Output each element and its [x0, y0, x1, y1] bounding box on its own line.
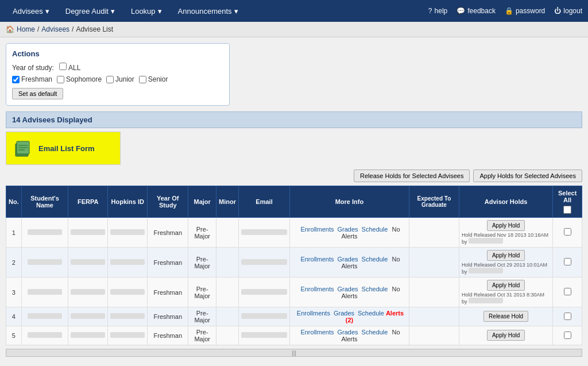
- cell-email: [239, 326, 290, 345]
- cell-major: Pre-Major: [188, 248, 216, 278]
- freshman-checkbox-label[interactable]: Freshman: [12, 75, 52, 83]
- more-info-link-grades[interactable]: Grades: [337, 329, 358, 336]
- sophomore-checkbox-label[interactable]: Sophomore: [57, 75, 102, 83]
- nav-advisees[interactable]: Advisees ▾: [6, 2, 56, 20]
- more-info-link-schedule[interactable]: Schedule: [362, 286, 388, 292]
- senior-checkbox[interactable]: [139, 76, 146, 83]
- more-info-link-schedule[interactable]: Schedule: [362, 329, 388, 336]
- select-all-checkbox[interactable]: [563, 206, 571, 214]
- year-of-study-row: Year of study: ALL: [12, 63, 223, 72]
- cell-advisor-holds: Release Hold: [459, 307, 552, 326]
- table-row: 1FreshmanPre-MajorEnrollmentsGradesSched…: [6, 218, 582, 248]
- feedback-link[interactable]: 💬 feedback: [457, 7, 496, 15]
- row-checkbox-1[interactable]: [564, 228, 571, 236]
- help-link[interactable]: ? help: [428, 7, 447, 15]
- cell-email: [239, 307, 290, 326]
- email-list-form[interactable]: Email List Form: [6, 132, 121, 165]
- actions-panel: Actions Year of study: ALL Freshman Soph…: [6, 43, 230, 106]
- freshman-checkbox[interactable]: [12, 76, 20, 83]
- nav-degree-audit[interactable]: Degree Audit ▾: [59, 2, 122, 20]
- th-minor: Minor: [216, 186, 239, 218]
- cell-email: [239, 218, 290, 248]
- row-checkbox-4[interactable]: [564, 313, 571, 320]
- breadcrumb-sep1: /: [37, 25, 39, 33]
- more-info-link-grades[interactable]: Grades: [334, 310, 354, 317]
- all-checkbox-label[interactable]: ALL: [59, 64, 80, 72]
- th-email: Email: [239, 186, 290, 218]
- dropdown-arrow-icon: ▾: [45, 7, 49, 16]
- nav-announcements[interactable]: Announcements ▾: [171, 2, 245, 20]
- cell-minor: [216, 326, 239, 345]
- advisees-displayed-header: 14 Advisees Displayed: [6, 111, 582, 128]
- cell-minor: [216, 248, 239, 278]
- cell-name: [21, 326, 68, 345]
- more-info-link-schedule[interactable]: Schedule: [362, 226, 388, 233]
- release-holds-button[interactable]: Release Holds for Selected Advisees: [354, 169, 470, 182]
- senior-checkbox-label[interactable]: Senior: [139, 75, 168, 83]
- horizontal-scrollbar[interactable]: |||: [6, 349, 582, 357]
- cell-email: [239, 278, 290, 307]
- breadcrumb-advisees[interactable]: Advisees: [41, 25, 69, 33]
- dropdown-arrow-icon: ▾: [158, 7, 162, 16]
- cell-hopkins-id: [108, 326, 148, 345]
- apply-holds-button[interactable]: Apply Holds for Selected Advisees: [473, 169, 582, 182]
- table-row: 4FreshmanPre-MajorEnrollmentsGradesSched…: [6, 307, 582, 326]
- breadcrumb-sep2: /: [72, 25, 74, 33]
- help-icon: ?: [428, 7, 432, 15]
- apply-hold-button[interactable]: Apply Hold: [487, 250, 525, 261]
- more-info-link-enrollments[interactable]: Enrollments: [300, 329, 334, 336]
- actions-title: Actions: [12, 49, 223, 58]
- th-no: No.: [6, 186, 22, 218]
- cell-more-info: EnrollmentsGradesScheduleAlerts (2): [290, 307, 409, 326]
- email-list-icon: [12, 138, 33, 159]
- apply-hold-button[interactable]: Apply Hold: [487, 280, 525, 291]
- junior-checkbox[interactable]: [106, 76, 114, 83]
- row-checkbox-3[interactable]: [564, 288, 571, 295]
- cell-year-of-study: Freshman: [148, 278, 188, 307]
- breadcrumb-current: Advisee List: [76, 25, 113, 33]
- top-navigation: Advisees ▾ Degree Audit ▾ Lookup ▾ Annou…: [0, 0, 588, 22]
- password-link[interactable]: 🔒 password: [505, 7, 545, 15]
- junior-checkbox-label[interactable]: Junior: [106, 75, 134, 83]
- dropdown-arrow-icon: ▾: [234, 7, 238, 16]
- cell-no: 5: [6, 326, 22, 345]
- more-info-link-enrollments[interactable]: Enrollments: [297, 310, 330, 317]
- more-info-link-grades[interactable]: Grades: [337, 256, 358, 263]
- holds-buttons-row: Release Holds for Selected Advisees Appl…: [6, 169, 582, 182]
- cell-expected-graduate: [409, 326, 459, 345]
- more-info-link-enrollments[interactable]: Enrollments: [300, 286, 334, 292]
- more-info-link-grades[interactable]: Grades: [337, 226, 358, 233]
- cell-name: [21, 218, 68, 248]
- cell-year-of-study: Freshman: [148, 326, 188, 345]
- nav-lookup[interactable]: Lookup ▾: [124, 2, 169, 20]
- more-info-link-enrollments[interactable]: Enrollments: [300, 256, 334, 263]
- more-info-link-schedule[interactable]: Schedule: [362, 256, 388, 263]
- nav-left: Advisees ▾ Degree Audit ▾ Lookup ▾ Annou…: [6, 2, 428, 20]
- cell-select: [553, 307, 582, 326]
- release-hold-button[interactable]: Release Hold: [483, 311, 528, 322]
- checkbox-row: Freshman Sophomore Junior Senior: [12, 75, 223, 83]
- apply-hold-button[interactable]: Apply Hold: [487, 330, 525, 341]
- th-advisor-holds: Advisor Holds: [459, 186, 552, 218]
- cell-expected-graduate: [409, 248, 459, 278]
- more-info-link-schedule[interactable]: Schedule: [358, 310, 384, 317]
- cell-major: Pre-Major: [188, 218, 216, 248]
- cell-year-of-study: Freshman: [148, 248, 188, 278]
- more-info-link-enrollments[interactable]: Enrollments: [300, 226, 334, 233]
- apply-hold-button[interactable]: Apply Hold: [487, 220, 525, 231]
- sophomore-checkbox[interactable]: [57, 76, 64, 83]
- advisees-table: No. Student's Name FERPA Hopkins ID Year…: [6, 186, 582, 345]
- th-select-all: Select All: [553, 186, 582, 218]
- logout-link[interactable]: ⏻ logout: [554, 7, 582, 15]
- set-default-button[interactable]: Set as default: [12, 88, 63, 99]
- more-info-link-grades[interactable]: Grades: [337, 286, 358, 292]
- cell-select: [553, 278, 582, 307]
- all-checkbox[interactable]: [59, 63, 67, 70]
- row-checkbox-2[interactable]: [564, 258, 571, 265]
- cell-major: Pre-Major: [188, 326, 216, 345]
- cell-expected-graduate: [409, 307, 459, 326]
- th-more-info: More Info: [290, 186, 409, 218]
- cell-major: Pre-Major: [188, 307, 216, 326]
- row-checkbox-5[interactable]: [564, 332, 571, 339]
- breadcrumb-home[interactable]: Home: [17, 25, 35, 33]
